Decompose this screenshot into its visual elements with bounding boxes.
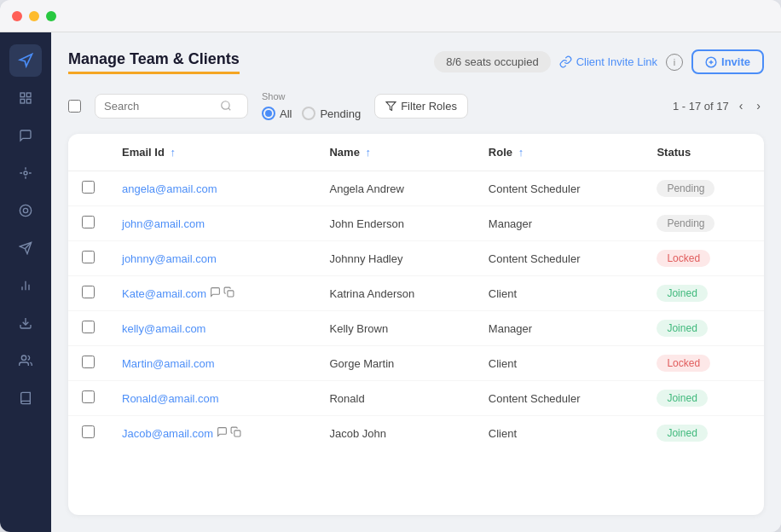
sidebar-item-campaigns[interactable] xyxy=(9,232,42,264)
email-link[interactable]: Jacob@amail.com xyxy=(122,427,213,440)
role-sort-arrow[interactable]: ↑ xyxy=(518,146,524,159)
sidebar-item-analytics[interactable] xyxy=(9,269,42,302)
row-status: Joined xyxy=(643,381,764,416)
row-role: Client xyxy=(475,346,644,381)
email-action-icons xyxy=(210,286,234,298)
header-actions: 8/6 seats occupied Client Invite Link i … xyxy=(434,49,764,74)
minimize-button[interactable] xyxy=(29,11,39,21)
row-status: Locked xyxy=(643,241,764,276)
copy-icon[interactable] xyxy=(223,286,234,298)
copy-icon[interactable] xyxy=(230,426,241,437)
svg-line-21 xyxy=(229,108,231,111)
row-email: Kate@amail.com xyxy=(108,276,315,311)
row-name: Johnny Hadley xyxy=(315,241,474,276)
svg-point-10 xyxy=(20,205,31,216)
email-sort-arrow[interactable]: ↑ xyxy=(170,146,176,159)
svg-point-16 xyxy=(21,356,26,360)
sidebar-item-chat[interactable] xyxy=(9,119,42,152)
info-icon[interactable]: i xyxy=(666,54,683,71)
sidebar-item-compass[interactable] xyxy=(9,44,42,77)
email-link[interactable]: john@amail.com xyxy=(122,217,205,230)
row-checkbox[interactable] xyxy=(82,356,95,368)
row-name: John Enderson xyxy=(315,206,474,241)
filter-roles-label: Filter Roles xyxy=(401,100,457,113)
row-checkbox-cell xyxy=(68,416,108,451)
svg-marker-0 xyxy=(20,55,32,66)
search-icon xyxy=(220,100,232,112)
row-checkbox-cell xyxy=(68,206,108,241)
link-icon xyxy=(559,55,572,68)
row-role: Content Scheduler xyxy=(475,241,644,276)
email-link[interactable]: Ronald@amail.com xyxy=(122,392,219,405)
row-checkbox[interactable] xyxy=(82,286,95,298)
invite-button[interactable]: Invite xyxy=(691,49,764,74)
pagination-next-button[interactable]: › xyxy=(753,97,764,114)
row-status: Pending xyxy=(643,171,764,206)
sidebar-item-dashboard[interactable] xyxy=(9,82,42,114)
status-badge: Locked xyxy=(657,355,710,372)
row-checkbox-cell xyxy=(68,311,108,346)
status-badge: Joined xyxy=(657,390,707,407)
table-row: kelly@amail.com Kelly Brown Manager Join… xyxy=(68,311,764,346)
sidebar-item-library[interactable] xyxy=(9,382,42,414)
sidebar-item-network[interactable] xyxy=(9,157,42,189)
message-icon[interactable] xyxy=(217,426,228,437)
row-role: Manager xyxy=(475,311,644,346)
seats-badge: 8/6 seats occupied xyxy=(434,51,550,72)
svg-rect-4 xyxy=(26,99,31,103)
page-header: Manage Team & Clients 8/6 seats occupied… xyxy=(68,49,764,74)
sidebar-item-team[interactable] xyxy=(9,344,42,377)
client-invite-link-button[interactable]: Client Invite Link xyxy=(559,55,657,68)
sidebar-item-downloads[interactable] xyxy=(9,307,42,339)
status-badge: Joined xyxy=(657,320,707,337)
sidebar-item-support[interactable] xyxy=(9,194,42,227)
email-link[interactable]: johnny@amail.com xyxy=(122,252,217,265)
email-link[interactable]: kelly@amail.com xyxy=(122,322,205,335)
search-input[interactable] xyxy=(104,100,215,113)
row-role: Manager xyxy=(475,206,644,241)
row-checkbox[interactable] xyxy=(82,425,95,438)
radio-pending[interactable]: Pending xyxy=(302,107,361,120)
close-button[interactable] xyxy=(12,11,22,21)
row-status: Locked xyxy=(643,346,764,381)
radio-pending-label: Pending xyxy=(320,107,361,120)
table-row: john@amail.com John Enderson Manager Pen… xyxy=(68,206,764,241)
email-link[interactable]: angela@amail.com xyxy=(122,182,217,195)
select-all-checkbox[interactable] xyxy=(68,100,81,113)
table-header: Email Id ↑ Name ↑ Role ↑ Status xyxy=(68,134,764,171)
show-section: Show All Pending xyxy=(262,91,361,120)
status-badge: Joined xyxy=(657,285,707,302)
name-sort-arrow[interactable]: ↑ xyxy=(366,146,372,159)
row-checkbox[interactable] xyxy=(82,216,95,228)
row-checkbox-cell xyxy=(68,381,108,416)
row-email: Jacob@amail.com xyxy=(108,416,315,451)
row-checkbox[interactable] xyxy=(82,321,95,333)
table-row: angela@amail.com Angela Andrew Content S… xyxy=(68,171,764,206)
email-link[interactable]: Kate@amail.com xyxy=(122,287,206,300)
pagination-prev-button[interactable]: ‹ xyxy=(736,97,747,114)
app-window: Manage Team & Clients 8/6 seats occupied… xyxy=(0,0,781,532)
table-body: angela@amail.com Angela Andrew Content S… xyxy=(68,171,764,451)
th-role: Role ↑ xyxy=(475,134,644,171)
filter-roles-button[interactable]: Filter Roles xyxy=(374,94,468,119)
row-role: Content Scheduler xyxy=(475,381,644,416)
status-badge: Pending xyxy=(657,215,714,232)
maximize-button[interactable] xyxy=(46,11,56,21)
app-body: Manage Team & Clients 8/6 seats occupied… xyxy=(0,32,781,532)
filter-bar: Show All Pending Filter Role xyxy=(68,91,764,120)
th-email: Email Id ↑ xyxy=(108,134,315,171)
row-email: kelly@amail.com xyxy=(108,311,315,346)
email-action-icons xyxy=(217,426,241,437)
row-checkbox[interactable] xyxy=(82,251,95,263)
email-link[interactable]: Martin@amail.com xyxy=(122,357,215,370)
row-role: Content Scheduler xyxy=(475,171,644,206)
row-checkbox[interactable] xyxy=(82,390,95,403)
row-checkbox[interactable] xyxy=(82,181,95,194)
message-icon[interactable] xyxy=(210,286,221,298)
row-name: Jacob John xyxy=(315,416,474,451)
row-status: Joined xyxy=(643,276,764,311)
th-name: Name ↑ xyxy=(315,134,474,171)
row-role: Client xyxy=(475,276,644,311)
radio-all[interactable]: All xyxy=(262,107,292,120)
status-badge: Pending xyxy=(657,180,714,197)
